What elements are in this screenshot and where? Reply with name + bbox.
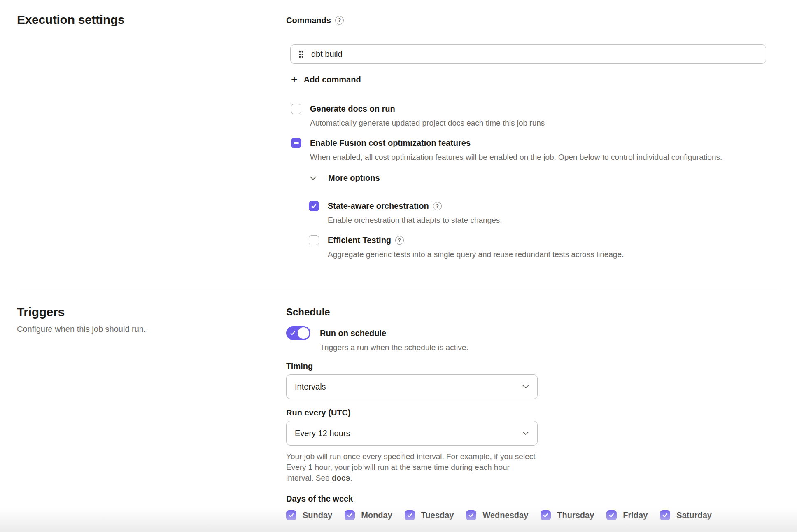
day-checkbox-wednesday[interactable]: Wednesday — [466, 510, 528, 520]
generate-docs-row: Generate docs on run Automatically gener… — [291, 104, 780, 128]
more-options-label: More options — [328, 173, 380, 183]
fusion-optimization-checkbox[interactable] — [291, 138, 301, 148]
add-command-label: Add command — [304, 75, 361, 85]
generate-docs-description: Automatically generate updated project d… — [310, 118, 780, 128]
run-on-schedule-toggle[interactable] — [286, 326, 310, 340]
run-on-schedule-description: Triggers a run when the schedule is acti… — [320, 343, 468, 352]
day-checkbox-sunday[interactable]: Sunday — [286, 510, 332, 520]
day-checkbox-friday[interactable]: Friday — [606, 510, 648, 520]
chevron-down-icon — [522, 431, 529, 435]
day-checkbox-monday[interactable]: Monday — [345, 510, 392, 520]
run-on-schedule-label: Run on schedule — [320, 326, 468, 340]
generate-docs-label: Generate docs on run — [310, 104, 395, 114]
triggers-subtitle: Configure when this job should run. — [17, 324, 286, 334]
commands-label-row: Commands ? — [286, 15, 780, 26]
run-every-select[interactable]: Every 12 hours — [286, 421, 538, 446]
day-checkbox-tuesday[interactable]: Tuesday — [405, 510, 454, 520]
run-on-schedule-row: Run on schedule Triggers a run when the … — [286, 326, 780, 352]
state-aware-label: State-aware orchestration — [328, 201, 429, 211]
plus-icon: + — [291, 75, 298, 85]
timing-label: Timing — [286, 361, 780, 371]
checkbox-icon — [606, 510, 617, 520]
execution-settings-section: Execution settings Commands ? dbt build … — [17, 12, 780, 259]
toggle-knob — [298, 327, 309, 339]
day-checkbox-saturday[interactable]: Saturday — [660, 510, 712, 520]
fusion-optimization-description: When enabled, all cost optimization feat… — [310, 152, 780, 162]
timing-select[interactable]: Intervals — [286, 374, 538, 399]
generate-docs-checkbox[interactable] — [291, 104, 301, 114]
state-aware-description: Enable orchestration that adapts to stat… — [328, 215, 780, 225]
triggers-section: Triggers Configure when this job should … — [17, 305, 780, 520]
interval-helper-text: Your job will run once every specified i… — [286, 451, 536, 483]
fusion-optimization-row: Enable Fusion cost optimization features… — [291, 138, 780, 162]
efficient-testing-checkbox[interactable] — [309, 235, 319, 245]
run-every-label: Run every (UTC) — [286, 408, 780, 418]
command-input[interactable]: dbt build — [290, 44, 766, 64]
timing-value: Intervals — [295, 382, 326, 392]
checkbox-icon — [286, 510, 296, 520]
command-value: dbt build — [311, 49, 343, 59]
execution-settings-title: Execution settings — [17, 12, 286, 27]
checkbox-icon — [541, 510, 551, 520]
days-of-week-row: Sunday Monday Tuesday Wednesday Thursday — [286, 510, 780, 520]
triggers-title-column: Triggers Configure when this job should … — [17, 305, 286, 334]
checkbox-icon — [466, 510, 476, 520]
state-aware-help-icon[interactable]: ? — [433, 202, 442, 210]
efficient-testing-description: Aggregate generic tests into a single qu… — [328, 250, 780, 259]
section-divider — [17, 287, 780, 287]
checkbox-icon — [405, 510, 415, 520]
chevron-down-icon — [310, 176, 317, 180]
day-checkbox-thursday[interactable]: Thursday — [541, 510, 594, 520]
execution-settings-title-column: Execution settings — [17, 12, 286, 27]
execution-settings-content: Commands ? dbt build + Add command — [286, 12, 780, 259]
state-aware-row: State-aware orchestration ? Enable orche… — [309, 201, 780, 225]
triggers-content: Schedule Run on schedule Triggers a run … — [286, 305, 780, 520]
state-aware-checkbox[interactable] — [309, 201, 319, 211]
chevron-down-icon — [522, 385, 529, 389]
checkbox-icon — [660, 510, 670, 520]
efficient-testing-row: Efficient Testing ? Aggregate generic te… — [309, 235, 780, 259]
docs-link[interactable]: docs — [332, 474, 350, 482]
drag-handle-icon[interactable] — [298, 50, 304, 58]
commands-label: Commands — [286, 15, 331, 26]
efficient-testing-help-icon[interactable]: ? — [395, 236, 404, 245]
days-of-week-label: Days of the week — [286, 494, 780, 504]
triggers-title: Triggers — [17, 305, 286, 320]
more-options-toggle[interactable]: More options — [310, 173, 780, 183]
add-command-button[interactable]: + Add command — [291, 75, 361, 85]
schedule-heading: Schedule — [286, 306, 780, 318]
checkbox-icon — [345, 510, 355, 520]
commands-help-icon[interactable]: ? — [335, 16, 344, 25]
job-settings-page: Execution settings Commands ? dbt build … — [0, 0, 797, 520]
run-every-value: Every 12 hours — [295, 429, 350, 438]
fusion-optimization-label: Enable Fusion cost optimization features — [310, 138, 471, 148]
efficient-testing-label: Efficient Testing — [328, 235, 391, 245]
